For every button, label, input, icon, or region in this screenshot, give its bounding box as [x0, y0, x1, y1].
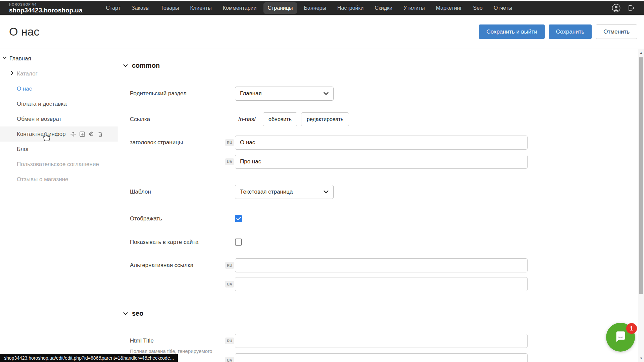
- pages-tree-sidebar: Главная Каталог О нас Оплата и доставка …: [0, 49, 118, 362]
- tree-item-contact-info[interactable]: Контактная инфор: [0, 126, 118, 142]
- nav-orders[interactable]: Заказы: [128, 2, 153, 14]
- tree-item-label: Контактная инфор: [17, 131, 66, 138]
- nav-utilities[interactable]: Утилиты: [399, 2, 429, 14]
- html-title-ru-input[interactable]: [235, 334, 528, 348]
- lang-badge-ua: UA: [225, 158, 234, 165]
- alt-link-ua-input[interactable]: [235, 277, 528, 291]
- field-label: Шаблон: [130, 185, 151, 199]
- page-title: О нас: [9, 25, 40, 38]
- chevron-down-icon: [123, 312, 128, 315]
- chevron-right-icon: [11, 71, 14, 75]
- sitemap-checkbox[interactable]: [235, 239, 242, 246]
- tree-item-exchange-return[interactable]: Обмен и возврат: [0, 111, 118, 126]
- gear-icon[interactable]: [88, 131, 94, 137]
- chat-bubble-icon: [613, 329, 628, 345]
- cancel-button[interactable]: Отменить: [596, 24, 637, 39]
- nav-comments[interactable]: Комментарии: [219, 2, 261, 14]
- edit-link-button[interactable]: редактировать: [301, 112, 349, 126]
- field-label: Html Title: [130, 334, 154, 348]
- lang-badge-ua: UA: [225, 281, 234, 288]
- move-icon[interactable]: [70, 131, 76, 137]
- tree-item-label: О нас: [17, 86, 32, 92]
- trash-icon[interactable]: [97, 131, 103, 137]
- field-label: заголовок страницы: [130, 136, 183, 150]
- display-checkbox[interactable]: [235, 215, 242, 222]
- chevron-down-icon: [324, 92, 329, 95]
- nav-marketing[interactable]: Маркетинг: [432, 2, 466, 14]
- lang-badge-ua: UA: [225, 357, 234, 362]
- nav-discounts[interactable]: Скидки: [370, 2, 396, 14]
- tree-item-payment-delivery[interactable]: Оплата и доставка: [0, 96, 118, 111]
- tree-item-label: Блог: [17, 146, 29, 153]
- brand-logo[interactable]: HOROSHOP V4 shop34423.horoshop.ua: [9, 3, 83, 13]
- chevron-down-icon: [324, 190, 329, 194]
- field-label: Родительский раздел: [130, 87, 187, 101]
- field-label: Альтернативная ссылка: [130, 258, 193, 272]
- check-icon: [236, 217, 241, 220]
- page-title-ru-input[interactable]: [235, 136, 528, 150]
- selected-value: Главная: [240, 90, 262, 97]
- lang-badge-ru: RU: [225, 262, 234, 269]
- page-header: О нас Сохранить и выйти Сохранить Отмени…: [0, 15, 644, 49]
- scroll-down-arrow-icon[interactable]: ▼: [638, 356, 644, 361]
- tree-item-label: Главная: [9, 55, 31, 62]
- tree-item-label: Каталог: [17, 70, 38, 77]
- nav-settings[interactable]: Настройки: [333, 2, 367, 14]
- nav-pages[interactable]: Страницы: [263, 2, 297, 14]
- parent-section-select[interactable]: Главная: [235, 87, 334, 101]
- page-edit-form: common Родительский раздел Главная Ссылк…: [118, 49, 638, 362]
- nav-products[interactable]: Товары: [157, 2, 183, 14]
- brand-version-label: HOROSHOP V4: [9, 3, 83, 6]
- tree-item-store-reviews[interactable]: Отзывы о магазине: [0, 172, 118, 187]
- tree-item-about[interactable]: О нас: [0, 81, 118, 96]
- tree-item-label: Обмен и возврат: [17, 116, 61, 122]
- html-title-ua-input[interactable]: [235, 353, 528, 362]
- save-and-exit-button[interactable]: Сохранить и выйти: [479, 24, 544, 39]
- nav-banners[interactable]: Баннеры: [300, 2, 330, 14]
- main-menu: Старт Заказы Товары Клиенты Комментарии …: [102, 2, 516, 14]
- status-url-bar: shop34423.horoshop.ua/edit/edit.php?id=6…: [0, 354, 178, 362]
- nav-seo[interactable]: Seo: [469, 2, 487, 14]
- tree-item-label: Отзывы о магазине: [17, 176, 68, 183]
- vertical-scrollbar[interactable]: ▲ ▼: [638, 49, 644, 362]
- header-actions: Сохранить и выйти Сохранить Отменить: [479, 24, 637, 39]
- lang-badge-ru: RU: [225, 139, 234, 146]
- chevron-down-icon: [2, 56, 7, 59]
- alt-link-ru-input[interactable]: [235, 258, 528, 272]
- chevron-down-icon: [123, 64, 128, 67]
- update-link-button[interactable]: обновить: [263, 112, 297, 126]
- section-seo-header[interactable]: seo: [123, 310, 143, 317]
- topbar-right-icons: [612, 4, 635, 12]
- section-title: common: [132, 62, 160, 69]
- scrollbar-thumb[interactable]: [639, 57, 643, 294]
- tree-item-home[interactable]: Главная: [0, 51, 118, 66]
- section-common-header[interactable]: common: [123, 62, 160, 69]
- page-title-ua-input[interactable]: [235, 155, 528, 169]
- account-icon[interactable]: [612, 4, 621, 12]
- top-navbar: HOROSHOP V4 shop34423.horoshop.ua Старт …: [0, 1, 644, 15]
- add-page-icon[interactable]: [79, 131, 85, 137]
- nav-reports[interactable]: Отчеты: [490, 2, 516, 14]
- scroll-up-arrow-icon[interactable]: ▲: [638, 50, 644, 55]
- logout-icon[interactable]: [627, 4, 635, 12]
- lang-badge-ru: RU: [225, 338, 234, 344]
- save-button[interactable]: Сохранить: [549, 24, 592, 39]
- nav-clients[interactable]: Клиенты: [186, 2, 216, 14]
- section-title: seo: [132, 310, 143, 317]
- tree-item-catalog[interactable]: Каталог: [0, 66, 118, 81]
- field-label: Ссылка: [130, 112, 150, 126]
- field-hint: Полная замена title, генерируемого: [130, 348, 212, 354]
- chat-unread-badge: 1: [626, 323, 637, 334]
- chat-widget-button[interactable]: 1: [606, 323, 635, 352]
- app-window: HOROSHOP V4 shop34423.horoshop.ua Старт …: [0, 0, 644, 362]
- tree-item-user-agreement[interactable]: Пользовательское соглашение: [0, 157, 118, 172]
- tree-item-actions: [70, 131, 103, 137]
- brand-domain-label: shop34423.horoshop.ua: [9, 7, 83, 13]
- tree-item-label: Оплата и доставка: [17, 101, 67, 107]
- field-label: Показывать в карте сайта: [130, 239, 198, 246]
- link-path-value: /o-nas/: [238, 112, 256, 126]
- field-label: Отображать: [130, 215, 162, 222]
- tree-item-blog[interactable]: Блог: [0, 142, 118, 157]
- template-select[interactable]: Текстовая страница: [235, 185, 334, 199]
- nav-start[interactable]: Старт: [102, 2, 125, 14]
